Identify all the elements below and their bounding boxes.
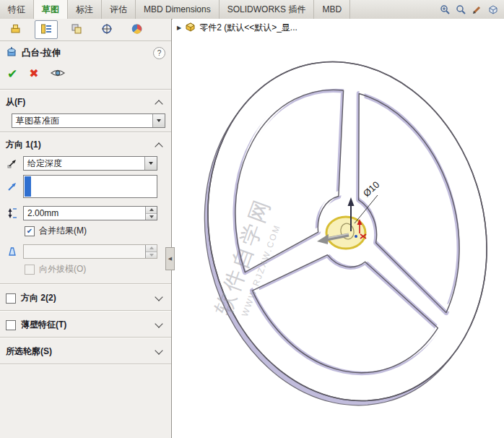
end-condition-select[interactable]: 给定深度 [23,156,157,171]
section-direction1-label: 方向 1(1) [6,139,152,151]
section-selected-contours[interactable]: 所选轮廓(S) [0,340,171,362]
thin-feature-checkbox[interactable] [6,320,16,330]
view-cube-icon[interactable] [487,4,498,15]
view-toolbar [434,0,504,19]
merge-result-row: 合并结果(M) [19,223,171,239]
tab-configurationmanager[interactable] [65,20,88,39]
reverse-direction-icon[interactable] [6,158,19,169]
divider [0,132,171,133]
section-selected-contours-label: 所选轮廓(S) [6,345,151,358]
tab-solidworks-addins[interactable]: SOLIDWORKS 插件 [220,0,315,19]
tab-sketch[interactable]: 草图 [34,0,68,19]
panel-collapse-handle[interactable]: ◀ [165,247,175,270]
edit-icon[interactable] [472,4,482,15]
section-thin-feature[interactable]: 薄壁特征(T) [0,313,171,335]
draft-angle-input [23,244,157,259]
direction-arrow-icon [6,181,19,192]
end-condition-value: 给定深度 [24,157,144,170]
spin-down-button [146,252,157,259]
extrude-icon [6,46,17,60]
spin-up-button [146,245,157,252]
pie-chart-icon [131,23,143,37]
draft-outward-checkbox [25,265,35,275]
tab-annotation[interactable]: 标注 [68,0,102,19]
section-from[interactable]: 从(F) [0,92,171,111]
feature-tree-flyout[interactable]: ▶ 零件2 (默认<<默认>_显... [177,22,297,34]
zoom-fit-icon[interactable] [456,4,466,15]
divider [0,337,171,338]
divider [0,89,171,90]
feature-title: 凸台-拉伸 [22,47,149,59]
merge-result-checkbox[interactable] [25,226,35,236]
tab-features[interactable]: 特征 [0,0,34,19]
draft-outward-row: 向外拔模(O) [19,261,171,278]
tab-mbd-dimensions[interactable]: MBD Dimensions [136,0,220,19]
graphics-area[interactable]: ▶ 零件2 (默认<<默认>_显... [173,19,504,438]
spin-down-button[interactable] [146,213,157,220]
selection-highlight [25,176,31,197]
merge-result-label: 合并结果(M) [39,225,87,237]
section-direction1[interactable]: 方向 1(1) [0,134,171,154]
ok-button[interactable]: ✔ [7,68,17,80]
crosshair-circle-icon [101,23,113,37]
tab-featuremanager[interactable] [4,20,27,39]
configurations-icon [71,23,82,37]
depth-row: 2.00mm [0,204,171,223]
tab-propertymanager[interactable] [35,20,58,39]
feature-header: 凸台-拉伸 ? [0,41,171,63]
depth-value: 2.00mm [24,207,145,220]
tab-mbd[interactable]: MBD [314,0,350,19]
property-manager-panel: 凸台-拉伸 ? ✔ ✖ 从(F) 草图基准面 方向 1(1) 给定深度 [0,19,172,438]
direction2-checkbox[interactable] [6,293,16,304]
direction-reference-input[interactable] [23,175,157,198]
chevron-up-icon [155,142,162,150]
direction-reference-row [0,173,171,200]
model-scene[interactable]: 软件自学网 WWW.RJZXW.COM Ø10 [173,19,504,438]
depth-d1-icon [6,207,19,219]
start-condition-select[interactable]: 草图基准面 [12,113,165,128]
tab-evaluate[interactable]: 评估 [102,0,136,19]
section-thin-feature-label: 薄壁特征(T) [21,319,151,331]
dropdown-arrow-icon[interactable] [152,114,165,127]
from-plane-row: 草图基准面 [0,111,171,130]
pm-actions: ✔ ✖ [0,63,171,87]
divider [0,364,171,365]
property-list-icon [40,23,52,37]
tab-displaymanager[interactable] [126,20,149,39]
draft-angle-value [24,245,145,258]
divider [0,283,171,285]
help-icon[interactable]: ? [153,47,165,59]
tab-dimxpertmanager[interactable] [95,20,118,39]
ribbon-bar: 特征 草图 标注 评估 MBD Dimensions SOLIDWORKS 插件… [0,0,504,20]
chevron-down-icon [155,293,162,301]
chevron-down-icon [155,346,162,354]
divider [0,310,171,312]
chevron-down-icon [155,319,162,327]
manager-tab-bar [0,19,171,41]
chevron-up-icon [155,100,162,108]
spin-up-button[interactable] [146,207,157,213]
section-direction2-label: 方向 2(2) [21,292,151,304]
draft-row [0,242,171,261]
expand-tree-icon[interactable]: ▶ [177,25,181,31]
dropdown-arrow-icon[interactable] [144,157,157,170]
part-name-label: 零件2 (默认<<默认>_显... [199,22,297,34]
zoom-in-icon[interactable] [440,4,451,15]
part-icon [185,22,196,34]
end-condition-row: 给定深度 [0,154,171,173]
cancel-button[interactable]: ✖ [29,68,38,80]
section-direction2[interactable]: 方向 2(2) [0,286,171,309]
section-from-label: 从(F) [6,96,152,108]
draft-outward-label: 向外拔模(O) [39,263,86,275]
draft-icon[interactable] [6,246,19,257]
preview-eye-button[interactable] [51,68,65,80]
start-condition-value: 草图基准面 [12,114,152,127]
feature-tree-icon [10,23,22,37]
depth-input[interactable]: 2.00mm [23,206,157,220]
